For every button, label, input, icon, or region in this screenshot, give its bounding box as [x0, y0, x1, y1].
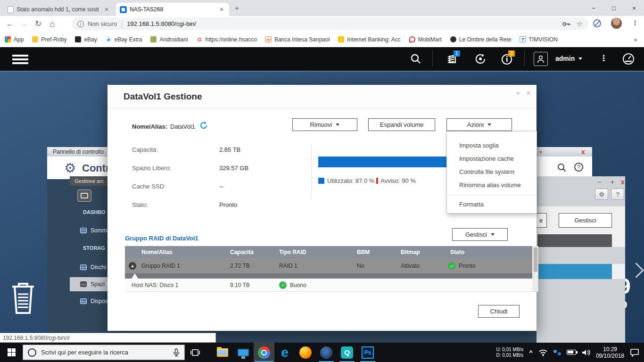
- browser-tab-2-active[interactable]: NAS-TAS268 ×: [116, 3, 229, 16]
- close-icon[interactable]: x: [578, 148, 588, 156]
- search-icon[interactable]: [557, 163, 567, 173]
- menu-item-controlla-file-system[interactable]: Controlla file system: [447, 165, 537, 179]
- window-maximize-button[interactable]: □: [604, 0, 624, 16]
- recycle-bin-icon[interactable]: [8, 280, 38, 316]
- photoshop-icon[interactable]: Ps: [357, 343, 378, 362]
- col-status[interactable]: Stato: [450, 249, 464, 255]
- chrome-icon[interactable]: [254, 343, 274, 362]
- firefox-icon[interactable]: [295, 343, 316, 362]
- background-tasks-icon[interactable]: 1: [445, 52, 458, 67]
- url-text[interactable]: 192.168.1.5:8080/cgi-bin/: [127, 20, 196, 27]
- collapse-chevron-icon[interactable]: ▲: [129, 262, 136, 270]
- key-icon[interactable]: [562, 21, 571, 27]
- col-capacity[interactable]: Capacità: [230, 249, 254, 255]
- tray-overflow-chevron[interactable]: ^: [529, 349, 533, 356]
- sidebar-item-dispositivi[interactable]: Dispos: [70, 294, 107, 308]
- microphone-icon[interactable]: [173, 348, 180, 357]
- speaker-icon[interactable]: [582, 349, 590, 356]
- net-speed-monitor[interactable]: U: 0,01 MB/s D: 0,01 MB/s: [496, 347, 524, 358]
- col-bbm[interactable]: BBM: [357, 249, 370, 255]
- menu-item-impostazione-cache[interactable]: Impostazione cache: [447, 152, 537, 165]
- actions-button[interactable]: Azioni: [446, 118, 512, 131]
- bookmark-mobimart[interactable]: MobiMart: [409, 36, 442, 43]
- partial-button[interactable]: e: [536, 213, 547, 228]
- sync-notifications-icon[interactable]: [474, 52, 487, 66]
- edge-icon[interactable]: e: [274, 343, 295, 362]
- taskbar-clock[interactable]: 10:29 09/10/2018: [596, 346, 624, 359]
- profile-avatar[interactable]: [611, 18, 622, 29]
- settings-gear-button[interactable]: ⚙: [595, 189, 608, 200]
- user-icon[interactable]: [534, 52, 548, 66]
- table-scrollbar[interactable]: [533, 246, 538, 292]
- menu-item-imposta-soglia[interactable]: Imposta soglia: [447, 139, 537, 152]
- desktop-next-chevron-icon[interactable]: [629, 264, 641, 285]
- menu-item-rinomina-alias[interactable]: Rinomina alias volume: [447, 179, 537, 192]
- close-dialog-button[interactable]: Chiudi: [478, 305, 520, 318]
- bookmark-hsacco[interactable]: Ghttps://online.hsacco: [197, 36, 257, 43]
- refresh-icon[interactable]: [199, 121, 208, 130]
- manage-button[interactable]: Gestisci: [559, 213, 612, 228]
- action-center-icon[interactable]: [630, 348, 639, 357]
- forward-icon[interactable]: →: [17, 19, 31, 29]
- expand-volume-button[interactable]: Espandi volume: [368, 118, 435, 131]
- bookmark-le-ombre[interactable]: Le Ombre della Rete: [450, 36, 512, 43]
- window-minimize-button[interactable]: −: [584, 0, 603, 16]
- minimize-icon[interactable]: −: [594, 178, 604, 186]
- task-view-icon[interactable]: [185, 343, 206, 362]
- back-icon[interactable]: ←: [3, 19, 17, 29]
- remove-button[interactable]: Rimuovi: [292, 118, 357, 131]
- resource-monitor-gauge-icon[interactable]: [621, 52, 636, 66]
- disk-sub-row[interactable]: Host NAS: Disco 1 9.10 TB ✓ Buono: [125, 279, 532, 292]
- new-tab-button[interactable]: +: [235, 4, 239, 12]
- maximize-icon[interactable]: +: [607, 178, 618, 186]
- this-pc-icon[interactable]: [233, 343, 254, 362]
- col-name[interactable]: Nome/Alias: [141, 249, 172, 255]
- qfinder-icon[interactable]: Q: [337, 343, 357, 362]
- dialog-pin-icon[interactable]: +: [516, 89, 520, 98]
- bookmark-internet-banking[interactable]: !Internet Banking: Acc: [338, 36, 400, 43]
- col-raid-type[interactable]: Tipo RAID: [279, 249, 306, 255]
- bookmark-ebay-extra[interactable]: eeBay Extra: [106, 36, 142, 43]
- system-info-icon[interactable]: 3: [501, 52, 514, 67]
- sidebar-item-sommario[interactable]: Somma: [70, 223, 107, 238]
- bookmarks-overflow-chevron[interactable]: »: [634, 36, 637, 43]
- maximize-icon[interactable]: +: [536, 148, 546, 156]
- raid-manage-button[interactable]: Gestisci: [452, 228, 508, 241]
- address-bar[interactable]: i Non sicuro 192.168.1.5:8080/cgi-bin/ ☆: [72, 17, 588, 30]
- battery-icon[interactable]: [567, 350, 576, 355]
- menu-item-formatta[interactable]: Formatta: [447, 198, 537, 211]
- taskbar-search-input[interactable]: Scrivi qui per eseguire la ricerca: [23, 345, 185, 360]
- wifi-icon[interactable]: [538, 349, 548, 356]
- bookmark-pref-roby[interactable]: Pref-Roby: [32, 36, 66, 43]
- start-button[interactable]: [0, 343, 23, 362]
- sidebar-item-spazio-selected[interactable]: Spazi: [70, 277, 107, 291]
- bookmark-timvision[interactable]: TTIMVISION: [520, 36, 557, 43]
- sync-people-icon[interactable]: [553, 350, 561, 355]
- sidebar-item-dischi[interactable]: Dischi: [70, 260, 107, 274]
- bookmark-banca-intesa[interactable]: mBanca Intesa Sanpaol: [265, 36, 330, 43]
- home-icon[interactable]: ⌂: [45, 19, 59, 29]
- tab-close-icon[interactable]: ×: [218, 6, 225, 13]
- browser-menu-icon[interactable]: ⋮: [632, 19, 638, 26]
- blocked-content-icon[interactable]: [593, 19, 601, 27]
- col-bitmap[interactable]: Bitmap: [401, 249, 420, 255]
- storage-manager-titlebar[interactable]: Gestione arc: [70, 176, 107, 186]
- bookmark-star-icon[interactable]: ☆: [577, 20, 583, 28]
- help-button[interactable]: ?: [611, 189, 624, 200]
- window-close-button[interactable]: ×: [624, 0, 644, 16]
- qvr-app-icon[interactable]: [316, 343, 337, 362]
- main-menu-hamburger-icon[interactable]: [12, 55, 28, 64]
- bookmark-ebay[interactable]: eBay: [75, 36, 97, 43]
- close-icon[interactable]: x: [618, 178, 628, 186]
- bookmark-androidiani[interactable]: Androidiani: [150, 36, 188, 43]
- search-icon[interactable]: [410, 53, 421, 65]
- user-menu[interactable]: admin: [555, 55, 582, 62]
- dialog-close-icon[interactable]: ×: [526, 89, 531, 98]
- file-explorer-icon[interactable]: [212, 343, 233, 362]
- more-options-icon[interactable]: ⋮: [600, 53, 608, 63]
- reload-icon[interactable]: ↻: [31, 19, 45, 29]
- browser-tab-1[interactable]: Stato anomalo hdd 1, come sosti ×: [4, 3, 114, 16]
- page-info-icon[interactable]: i: [77, 21, 84, 27]
- help-icon[interactable]: ?: [574, 163, 583, 172]
- tab-close-icon[interactable]: ×: [103, 6, 110, 13]
